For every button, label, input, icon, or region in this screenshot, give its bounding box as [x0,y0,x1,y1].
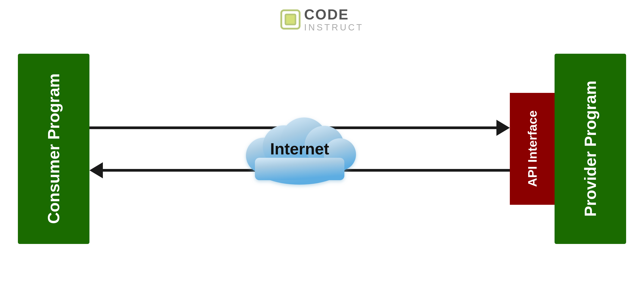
arrow-top-head [496,120,510,136]
svg-rect-6 [255,158,344,180]
consumer-program-box: Consumer Program [18,54,90,244]
provider-program-label: Provider Program [581,81,600,217]
api-interface-box: API Interface [510,93,554,205]
diagram-container: CODE INSTRUCT Consumer Program [0,0,644,284]
internet-label: Internet [270,140,329,158]
arrow-bottom-head [90,162,103,178]
main-diagram: Consumer Program [0,0,644,284]
arrows-cloud-section: Internet [90,54,510,244]
cloud-wrapper: Internet [235,106,364,191]
consumer-program-label: Consumer Program [44,73,63,224]
provider-program-box: Provider Program [554,54,626,244]
right-section: API Interface Provider Program [510,54,626,244]
api-interface-label: API Interface [525,110,540,187]
